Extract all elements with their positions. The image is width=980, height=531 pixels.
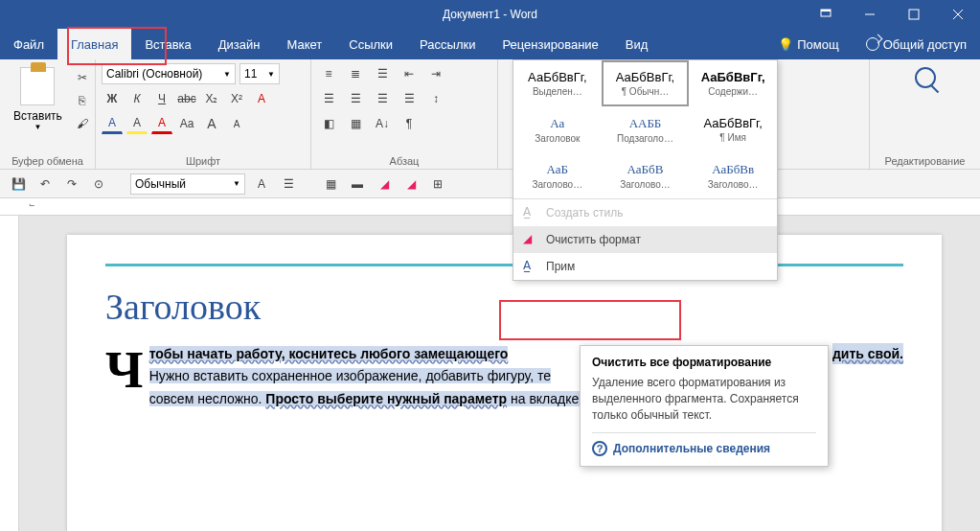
tab-view[interactable]: Вид <box>612 29 662 59</box>
increase-indent-button[interactable]: ⇥ <box>424 63 447 84</box>
tab-references[interactable]: Ссылки <box>335 29 406 59</box>
editing-group-label: Редактирование <box>876 153 974 167</box>
tab-layout[interactable]: Макет <box>273 29 335 59</box>
tell-me-label: Помощ <box>797 37 838 52</box>
show-marks-button[interactable]: ¶ <box>398 113 421 134</box>
save-button[interactable]: 💾 <box>8 173 29 195</box>
create-style-action[interactable]: A̲ Создать стиль <box>513 199 777 226</box>
horizontal-ruler[interactable]: ⌙ <box>0 198 980 216</box>
share-label: Общий доступ <box>883 37 967 52</box>
apply-styles-icon: A̲ <box>523 259 538 274</box>
align-center-button[interactable]: ☰ <box>344 88 367 109</box>
style-item-2[interactable]: АаБбВвГг,Содержи… <box>689 60 777 106</box>
qat-btn-4[interactable]: ▬ <box>347 173 368 195</box>
vertical-ruler[interactable] <box>0 216 19 531</box>
highlight-button[interactable]: A <box>126 113 148 134</box>
ribbon-options-icon[interactable] <box>804 0 848 29</box>
titlebar: Документ1 - Word <box>0 0 980 29</box>
qat-btn-1[interactable]: A <box>251 173 272 195</box>
style-item-8[interactable]: АаБбВвЗаголово… <box>689 152 777 198</box>
superscript-button[interactable]: X² <box>226 88 247 109</box>
style-item-4[interactable]: ААББПодзаголо… <box>602 106 690 152</box>
paste-label: Вставить <box>13 109 62 123</box>
tab-design[interactable]: Дизайн <box>205 29 274 59</box>
style-item-7[interactable]: АаБбВЗаголово… <box>602 152 690 198</box>
group-clipboard: Вставить ▼ ✂ ⎘ 🖌 Буфер обмена <box>0 59 96 169</box>
svg-rect-1 <box>821 10 831 12</box>
copy-button[interactable]: ⎘ <box>72 90 93 111</box>
window-title: Документ1 - Word <box>443 8 537 21</box>
subscript-button[interactable]: X₂ <box>201 88 222 109</box>
apply-styles-label: Прим <box>546 260 575 273</box>
group-editing: Редактирование <box>870 59 980 169</box>
style-combo[interactable]: Обычный▼ <box>130 173 245 195</box>
format-painter-button[interactable]: 🖌 <box>72 113 93 134</box>
undo-button[interactable]: ↶ <box>34 173 56 195</box>
underline-button[interactable]: Ч <box>151 88 172 109</box>
qat-btn-eraser2[interactable]: ◢ <box>400 173 422 195</box>
shading-button[interactable]: ◧ <box>317 113 340 134</box>
sort-button[interactable]: A↓ <box>371 113 394 134</box>
qat-btn-5[interactable]: ⊞ <box>427 173 448 195</box>
tell-me[interactable]: 💡Помощ <box>764 37 852 52</box>
borders-button[interactable]: ▦ <box>344 113 367 134</box>
chevron-down-icon: ▼ <box>34 123 41 131</box>
window-controls <box>804 0 980 29</box>
tab-review[interactable]: Рецензирование <box>489 29 611 59</box>
quick-access-toolbar: 💾 ↶ ↷ ⊙ Обычный▼ A ☰ ▦ ▬ ◢ ◢ ⊞ <box>0 170 980 198</box>
tab-insert[interactable]: Вставка <box>131 29 204 59</box>
qat-btn-3[interactable]: ▦ <box>320 173 341 195</box>
bullets-button[interactable]: ≡ <box>317 63 340 84</box>
tooltip-body: Удаление всего форматирования из выделен… <box>592 375 816 423</box>
cut-button[interactable]: ✂ <box>72 67 93 88</box>
ribbon: Вставить ▼ ✂ ⎘ 🖌 Буфер обмена Calibri (О… <box>0 59 980 170</box>
font-family-combo[interactable]: Calibri (Основной)▼ <box>102 63 236 84</box>
style-item-0[interactable]: АаБбВвГг,Выделен… <box>513 60 602 106</box>
align-left-button[interactable]: ☰ <box>317 88 340 109</box>
font-fill-button[interactable]: A <box>102 113 123 134</box>
paste-button[interactable]: Вставить ▼ <box>6 63 70 135</box>
font-color-button[interactable]: A <box>151 113 172 134</box>
tab-file[interactable]: Файл <box>0 29 57 59</box>
clipboard-icon <box>20 67 55 105</box>
close-icon[interactable] <box>936 0 980 29</box>
style-item-1[interactable]: АаБбВвГг,¶ Обычн… <box>602 60 690 106</box>
style-item-5[interactable]: АаБбВвГг,¶ Имя <box>689 106 777 152</box>
redo-button[interactable]: ↷ <box>61 173 82 195</box>
tab-mailings[interactable]: Рассылки <box>406 29 489 59</box>
line-spacing-button[interactable]: ↕ <box>424 88 447 109</box>
shrink-font-button[interactable]: A <box>226 113 247 134</box>
eraser-icon: ◢ <box>523 232 538 247</box>
multilevel-button[interactable]: ☰ <box>371 63 394 84</box>
search-icon[interactable] <box>915 67 936 88</box>
decrease-indent-button[interactable]: ⇤ <box>398 63 421 84</box>
align-right-button[interactable]: ☰ <box>371 88 394 109</box>
clear-format-action[interactable]: ◢ Очистить формат <box>513 226 777 253</box>
tooltip-link-label: Дополнительные сведения <box>613 442 770 455</box>
tooltip-title: Очистить все форматирование <box>592 356 816 369</box>
maximize-icon[interactable] <box>892 0 936 29</box>
italic-button[interactable]: К <box>126 88 148 109</box>
minimize-icon[interactable] <box>848 0 892 29</box>
p2b: совсем несложно. <box>149 391 266 406</box>
grow-font-button[interactable]: A <box>201 113 222 134</box>
clear-format-label: Очистить формат <box>546 233 641 246</box>
qat-btn-eraser1[interactable]: ◢ <box>374 173 395 195</box>
strike-button[interactable]: abc <box>176 88 197 109</box>
qat-btn-2[interactable]: ☰ <box>278 173 299 195</box>
style-item-3[interactable]: АаЗаголовок <box>513 106 602 152</box>
justify-button[interactable]: ☰ <box>398 88 421 109</box>
clipboard-group-label: Буфер обмена <box>6 153 89 167</box>
group-paragraph: ≡ ≣ ☰ ⇤ ⇥ ☰ ☰ ☰ ☰ ↕ ◧ ▦ A↓ ¶ Абзац <box>311 59 498 169</box>
numbering-button[interactable]: ≣ <box>344 63 367 84</box>
tooltip-more-link[interactable]: ? Дополнительные сведения <box>592 432 816 456</box>
tab-home[interactable]: Главная <box>57 29 131 59</box>
style-item-6[interactable]: АаБЗаголово… <box>513 152 602 198</box>
text-effects-button[interactable]: A <box>251 88 272 109</box>
bold-button[interactable]: Ж <box>102 88 123 109</box>
touch-mode-button[interactable]: ⊙ <box>88 173 109 195</box>
font-size-combo[interactable]: 11▼ <box>239 63 280 84</box>
change-case-button[interactable]: Aa <box>176 113 197 134</box>
share-button[interactable]: Общий доступ <box>853 37 980 52</box>
apply-styles-action[interactable]: A̲ Прим <box>513 253 777 280</box>
